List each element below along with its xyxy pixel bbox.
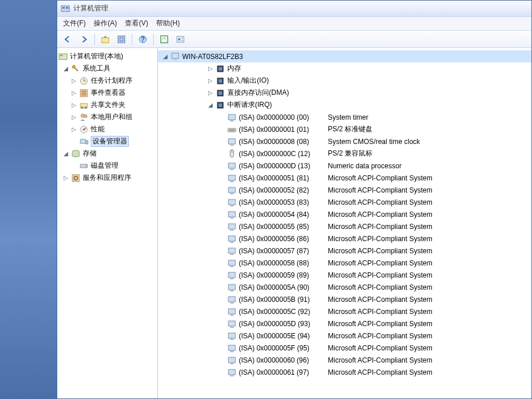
collapse-icon[interactable]: ◢ [161, 53, 169, 61]
irq-item[interactable]: (ISA) 0x00000008 (08)System CMOS/real ti… [158, 135, 531, 147]
irq-description: PS/2 兼容鼠标 [328, 149, 372, 158]
expand-icon[interactable]: ▷ [206, 89, 215, 97]
refresh-button[interactable] [157, 32, 171, 46]
irq-item[interactable]: (ISA) 0x00000000 (00)System timer [158, 111, 531, 123]
irq-address: (ISA) 0x00000054 (84) [239, 210, 319, 219]
irq-address: (ISA) 0x0000005C (92) [239, 308, 319, 316]
app-icon [61, 4, 70, 13]
view-button[interactable] [173, 32, 187, 46]
svg-rect-66 [230, 217, 234, 219]
tree-irq[interactable]: ◢ 中断请求(IRQ) [158, 99, 531, 111]
collapse-icon[interactable]: ◢ [62, 65, 70, 73]
collapse-icon[interactable]: ◢ [206, 101, 215, 109]
irq-item[interactable]: (ISA) 0x0000005D (93)Microsoft ACPI-Comp… [158, 317, 531, 330]
window-title: 计算机管理 [73, 3, 108, 13]
irq-description: Microsoft ACPI-Compliant System [328, 283, 433, 291]
svg-rect-82 [230, 315, 234, 316]
svg-rect-48 [219, 104, 222, 107]
svg-rect-63 [228, 200, 235, 205]
tree-device-manager[interactable]: 设备管理器 [57, 135, 157, 147]
expand-icon[interactable]: ▷ [70, 101, 78, 109]
svg-rect-69 [228, 236, 235, 241]
tree-label: 存储 [83, 149, 97, 158]
tree-dma[interactable]: ▷ 直接内存访问(DMA) [158, 87, 531, 99]
menu-help[interactable]: 帮助(H) [156, 19, 180, 28]
tree-computer[interactable]: ◢ WIN-AT0S82LF2B3 [158, 50, 531, 62]
back-button[interactable] [61, 32, 75, 46]
collapse-icon[interactable]: ◢ [62, 150, 70, 158]
tree-local-users[interactable]: ▷ 本地用户和组 [57, 111, 157, 123]
irq-item[interactable]: (ISA) 0x00000055 (85)Microsoft ACPI-Comp… [158, 220, 531, 232]
tree-memory[interactable]: ▷ 内存 [158, 62, 531, 75]
svg-rect-88 [230, 351, 234, 352]
device-icon [227, 343, 237, 353]
svg-rect-91 [228, 370, 235, 375]
irq-item[interactable]: (ISA) 0x00000052 (82)Microsoft ACPI-Comp… [158, 184, 531, 196]
irq-item[interactable]: (ISA) 0x0000000D (13)Numeric data proces… [158, 160, 531, 172]
irq-address: (ISA) 0x00000000 (00) [239, 113, 319, 121]
expand-icon[interactable]: ▷ [70, 77, 78, 85]
tree-shared-folders[interactable]: ▷ 共享文件夹 [57, 99, 157, 111]
properties-button[interactable] [114, 32, 128, 46]
titlebar[interactable]: 计算机管理 [57, 1, 531, 17]
tree-performance[interactable]: ▷ 性能 [57, 123, 157, 135]
irq-item[interactable]: (ISA) 0x0000000C (12)PS/2 兼容鼠标 [158, 147, 531, 160]
irq-item[interactable]: (ISA) 0x0000005E (94)Microsoft ACPI-Comp… [158, 330, 531, 342]
tree-storage[interactable]: ◢ 存储 [57, 147, 157, 160]
expand-icon[interactable]: ▷ [206, 65, 215, 73]
irq-address: (ISA) 0x00000056 (86) [239, 235, 319, 243]
irq-item[interactable]: (ISA) 0x00000054 (84)Microsoft ACPI-Comp… [158, 208, 531, 220]
menu-view[interactable]: 查看(V) [125, 19, 148, 28]
device-icon [227, 246, 237, 256]
irq-item[interactable]: (ISA) 0x00000053 (83)Microsoft ACPI-Comp… [158, 196, 531, 208]
irq-item[interactable]: (ISA) 0x00000051 (81)Microsoft ACPI-Comp… [158, 172, 531, 184]
svg-rect-58 [230, 169, 234, 170]
irq-item[interactable]: (ISA) 0x00000058 (88)Microsoft ACPI-Comp… [158, 257, 531, 269]
svg-rect-61 [228, 187, 235, 193]
tree-system-tools[interactable]: ◢ 系统工具 [57, 62, 157, 75]
tree-services-apps[interactable]: ▷ 服务和应用程序 [57, 172, 157, 184]
irq-item[interactable]: (ISA) 0x0000005C (92)Microsoft ACPI-Comp… [158, 305, 531, 317]
tree-task-scheduler[interactable]: ▷ 任务计划程序 [57, 75, 157, 87]
irq-item[interactable]: (ISA) 0x00000061 (97)Microsoft ACPI-Comp… [158, 366, 531, 378]
device-icon [227, 368, 237, 377]
irq-address: (ISA) 0x00000061 (97) [239, 368, 319, 376]
irq-address: (ISA) 0x0000005E (94) [239, 332, 319, 340]
irq-item[interactable]: (ISA) 0x00000057 (87)Microsoft ACPI-Comp… [158, 245, 531, 257]
event-icon [79, 88, 88, 98]
svg-rect-83 [228, 321, 235, 326]
device-icon [227, 331, 237, 341]
irq-item[interactable]: (ISA) 0x0000005A (90)Microsoft ACPI-Comp… [158, 281, 531, 293]
svg-rect-6 [118, 40, 121, 43]
tree-disk-mgmt[interactable]: 磁盘管理 [57, 160, 157, 172]
irq-item[interactable]: (ISA) 0x00000056 (86)Microsoft ACPI-Comp… [158, 232, 531, 245]
forward-button[interactable] [77, 32, 91, 46]
expand-icon[interactable]: ▷ [70, 113, 78, 121]
expand-icon[interactable]: ▷ [70, 89, 78, 97]
svg-rect-49 [228, 114, 235, 120]
up-button[interactable] [98, 32, 112, 46]
irq-item[interactable]: (ISA) 0x0000005B (91)Microsoft ACPI-Comp… [158, 293, 531, 305]
irq-address: (ISA) 0x00000053 (83) [239, 198, 319, 206]
svg-rect-72 [230, 254, 234, 255]
svg-rect-16 [60, 55, 62, 56]
clock-icon [79, 76, 88, 86]
irq-item[interactable]: (ISA) 0x00000001 (01)PS/2 标准键盘 [158, 123, 531, 135]
irq-item[interactable]: (ISA) 0x0000005F (95)Microsoft ACPI-Comp… [158, 342, 531, 354]
tree-event-viewer[interactable]: ▷ 事件查看器 [57, 87, 157, 99]
tree-root[interactable]: 计算机管理(本地) [57, 50, 157, 62]
expand-icon[interactable]: ▷ [70, 125, 78, 134]
irq-item[interactable]: (ISA) 0x00000059 (89)Microsoft ACPI-Comp… [158, 269, 531, 281]
expand-icon[interactable]: ▷ [206, 77, 215, 85]
irq-item[interactable]: (ISA) 0x00000060 (96)Microsoft ACPI-Comp… [158, 354, 531, 366]
chip-icon [216, 76, 225, 86]
tree-io[interactable]: ▷ 输入/输出(IO) [158, 75, 531, 87]
expand-icon[interactable]: ▷ [62, 174, 70, 182]
help-button[interactable]: ? [136, 32, 150, 46]
right-tree-pane[interactable]: ◢ WIN-AT0S82LF2B3 ▷ 内存 ▷ 输入/输出(IO) ▷ 直接内… [158, 48, 531, 398]
left-tree-pane[interactable]: 计算机管理(本地) ◢ 系统工具 ▷ 任务计划程序 ▷ 事件查看器 ▷ 共享文件… [57, 48, 158, 398]
menu-file[interactable]: 文件(F) [63, 19, 86, 28]
irq-address: (ISA) 0x00000051 (81) [239, 174, 319, 182]
menu-action[interactable]: 操作(A) [94, 19, 117, 28]
device-icon [227, 137, 237, 146]
